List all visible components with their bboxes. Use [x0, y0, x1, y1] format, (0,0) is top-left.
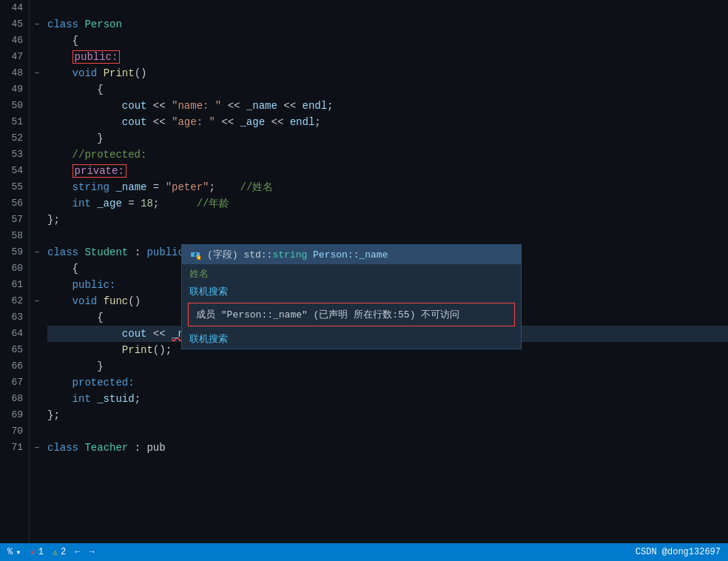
token-punct: ;	[209, 181, 215, 193]
gutter-cell	[30, 391, 44, 407]
line-number: 47	[0, 49, 23, 65]
line-number: 65	[0, 342, 23, 358]
gutter-cell	[30, 309, 44, 326]
token-var: cout	[122, 116, 147, 128]
error-indicator[interactable]: ✕ 1	[30, 547, 43, 558]
code-line: class Teacher : pub	[47, 440, 728, 456]
line-number: 66	[0, 358, 23, 374]
autocomplete-link2[interactable]: 联机搜索	[182, 329, 521, 349]
gutter-cell[interactable]: −	[30, 244, 44, 261]
line-number: 64	[0, 326, 23, 342]
token-punct: ()	[135, 67, 147, 79]
token-punct: {	[97, 84, 103, 95]
autocomplete-link1[interactable]: 联机搜索	[182, 283, 521, 300]
line-number: 54	[0, 163, 23, 179]
token-op: <<	[146, 100, 172, 112]
line-number: 71	[0, 440, 23, 456]
token-kw: protected:	[73, 377, 135, 389]
code-line	[47, 423, 728, 440]
line-number: 58	[0, 228, 23, 244]
code-line: public:	[47, 49, 728, 65]
gutter-cell	[30, 98, 44, 114]
right-arrow-icon: →	[90, 547, 95, 557]
token-fn: func	[104, 295, 129, 307]
gutter-cell	[30, 212, 44, 228]
autocomplete-varname: Person::_name	[307, 249, 388, 261]
gutter-cell	[30, 49, 44, 65]
gutter-cell[interactable]: −	[30, 65, 44, 81]
code-line: {	[47, 33, 728, 49]
line-number: 61	[0, 277, 23, 293]
zoom-arrow-icon[interactable]: ▾	[16, 547, 21, 558]
token-kw: void	[73, 295, 104, 307]
gutter-cell	[30, 195, 44, 212]
line-number: 44	[0, 0, 23, 16]
code-lines[interactable]: class Person { public: void Print() { co…	[44, 0, 728, 543]
token-punct: }	[97, 360, 103, 372]
autocomplete-popup[interactable]: f (字段) std::string Person::_name姓名联机搜索成员…	[181, 244, 522, 349]
token-var: endl	[290, 116, 315, 128]
gutter-cell	[30, 342, 44, 358]
code-line: }	[47, 130, 728, 147]
line-number: 46	[0, 33, 23, 49]
gutter-cell	[30, 407, 44, 423]
code-line: protected:	[47, 374, 728, 391]
gutter-cell	[30, 81, 44, 98]
gutter-cell[interactable]: −	[30, 16, 44, 33]
token-var: _age	[97, 198, 122, 209]
token-cls: Teacher	[84, 442, 128, 454]
token-op: <<	[146, 328, 172, 340]
line-number: 67	[0, 374, 23, 391]
warning-icon: ⚠	[53, 547, 58, 558]
token-punct: {	[73, 35, 78, 47]
warning-indicator[interactable]: ⚠ 2	[53, 547, 66, 558]
warning-count: 2	[61, 547, 66, 557]
token-punct: ()	[128, 295, 141, 307]
autocomplete-comment: 姓名	[182, 264, 521, 283]
token-cls: Student	[84, 246, 128, 258]
code-line: int _age = 18; //年龄	[47, 195, 728, 212]
line-number: 59	[0, 244, 23, 261]
nav-back-button[interactable]: ←	[75, 547, 80, 557]
gutter-cell	[30, 147, 44, 163]
gutter-cell	[30, 163, 44, 179]
token-kw: void	[73, 67, 104, 79]
gutter-cell	[30, 277, 44, 293]
gutter-cell	[30, 130, 44, 147]
line-number: 51	[0, 114, 23, 130]
token-cls: Person	[84, 19, 121, 30]
left-arrow-icon: ←	[75, 547, 80, 557]
code-line: }	[47, 358, 728, 374]
token-comment: //年龄	[159, 198, 229, 209]
gutter-cell[interactable]: −	[30, 440, 44, 456]
token-comment: //姓名	[215, 181, 273, 193]
code-line: class Person	[47, 16, 728, 33]
token-str: "name: "	[172, 100, 221, 112]
token-op: <<	[265, 116, 290, 128]
token-punct: ;	[314, 116, 320, 128]
line-number: 49	[0, 81, 23, 98]
gutter-cell	[30, 261, 44, 277]
token-punct: };	[47, 214, 60, 226]
code-area: 4445464748495051525354555657585960616263…	[0, 0, 728, 543]
field-icon: f	[189, 249, 201, 261]
token-op: <<	[215, 116, 240, 128]
nav-forward-button[interactable]: →	[90, 547, 95, 557]
line-numbers: 4445464748495051525354555657585960616263…	[0, 0, 30, 543]
line-number: 57	[0, 212, 23, 228]
code-line: void Print()	[47, 65, 728, 81]
token-op: <<	[221, 100, 246, 112]
gutter-cell[interactable]: −	[30, 293, 44, 309]
token-var: cout	[122, 328, 147, 340]
autocomplete-item[interactable]: f (字段) std::string Person::_name	[182, 245, 521, 264]
code-line: //protected:	[47, 147, 728, 163]
token-kw: public:	[73, 279, 116, 291]
line-number: 60	[0, 261, 23, 277]
autocomplete-item-text: (字段) std::string Person::_name	[207, 248, 388, 261]
line-number: 50	[0, 98, 23, 114]
token-op: :	[128, 246, 146, 258]
zoom-level[interactable]: % ▾	[7, 547, 21, 558]
token-kw: int	[73, 393, 98, 405]
token-op: =	[146, 181, 165, 193]
brand-label: CSDN @dong132697	[636, 547, 721, 557]
